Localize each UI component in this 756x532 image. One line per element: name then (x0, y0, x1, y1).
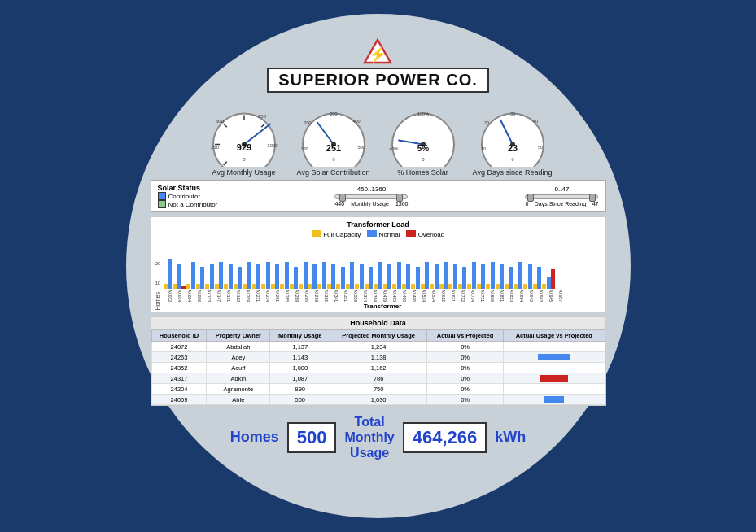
bar-full (164, 284, 168, 289)
days-slider-labels: 0 Days Since Reading 47 (525, 201, 598, 207)
bar-normal (168, 259, 172, 289)
bar-group (542, 269, 555, 289)
bar-normal (518, 262, 522, 289)
x-label: AX316 (320, 290, 329, 302)
bar-group (496, 264, 505, 289)
cell-owner: Abdallah (207, 342, 270, 352)
bar-full (421, 284, 425, 289)
days-slider-track[interactable] (525, 194, 598, 199)
bar-full (505, 284, 509, 289)
table-body: 24072 Abdallah 1,137 1,234 0% 24263 Acey… (151, 342, 605, 405)
bar-normal (397, 262, 401, 289)
x-label: AX851 (496, 290, 505, 302)
total-usage-label: Total Monthly Usage (344, 414, 394, 461)
table-row: 24072 Abdallah 1,137 1,234 0% (151, 342, 605, 352)
usage-slider-right-thumb[interactable] (396, 194, 403, 202)
bar-normal (472, 262, 476, 289)
x-label: AX147 (212, 290, 221, 302)
cell-pct: 0% (427, 373, 504, 384)
svg-text:20: 20 (483, 120, 488, 125)
days-slider-right-thumb[interactable] (589, 194, 596, 202)
bar-normal (229, 264, 233, 289)
homes-value: 500 (287, 422, 337, 453)
bar-full (308, 284, 312, 289)
gauge-avg-monthly: 0 250 500 750 1000 929 Avg Monthly Usage (203, 98, 285, 177)
bar-group (308, 264, 317, 289)
bar-group (355, 264, 364, 289)
gauge-solar: 0 100 200 300 400 500 251 Avg Solar Cont… (293, 98, 374, 177)
x-label: AX351 (339, 290, 348, 302)
x-label: AX621 (447, 290, 456, 302)
days-slider-min: 0 (525, 201, 528, 207)
bar-normal (219, 262, 223, 289)
x-label: AX182 (232, 290, 241, 302)
bar-group (402, 264, 411, 289)
days-slider-left-thumb[interactable] (527, 194, 534, 202)
x-label: AX496 (408, 290, 417, 302)
bar-normal (200, 267, 204, 289)
bar-full (327, 284, 331, 289)
x-label: AX957 (554, 290, 563, 302)
svg-text:1000: 1000 (267, 143, 278, 148)
homes-label: Homes (230, 429, 279, 446)
x-label: AX296 (300, 290, 309, 302)
svg-text:40: 40 (532, 119, 537, 124)
bar-full (542, 284, 546, 289)
bar-normal (341, 267, 345, 289)
bar-normal (322, 262, 326, 289)
table-title: Household Data (151, 317, 605, 329)
x-label: AX836 (486, 290, 495, 302)
bar-normal (444, 262, 448, 289)
bar-group (280, 262, 289, 289)
x-label: AX384 (369, 290, 378, 302)
x-label: AX032 (164, 290, 173, 302)
bar-group (448, 264, 457, 289)
bar-full (383, 284, 387, 289)
header: ⚡ SUPERIOR POWER CO. (267, 38, 489, 93)
gauge-4-svg: 0 10 20 30 40 50 23 (472, 98, 553, 167)
bar-full (467, 284, 471, 289)
days-range: 0..47 (555, 185, 570, 193)
svg-text:929: 929 (236, 142, 251, 152)
usage-slider-track[interactable] (334, 194, 408, 199)
legend-contributor-label: Contributor (168, 193, 201, 200)
bar-group (421, 262, 430, 289)
x-label: AX751 (476, 290, 485, 302)
bar-normal (528, 264, 532, 289)
bar-normal (369, 267, 373, 289)
svg-text:251: 251 (326, 143, 340, 153)
x-label: AX942 (525, 290, 534, 302)
bar-full (392, 284, 396, 289)
usage-slider-labels: 440 Monthly Usage 1360 (334, 201, 408, 207)
col-bar: Actual Usage vs Projected (504, 330, 605, 342)
table-header-row: Household ID Property Owner Monthly Usag… (151, 330, 605, 342)
svg-text:400: 400 (352, 119, 360, 124)
col-monthly: Monthly Usage (270, 330, 330, 342)
x-label: AX261 (271, 290, 280, 302)
svg-text:100%: 100% (417, 111, 428, 116)
bar-normal (387, 264, 391, 289)
legend-non-contributor: Not a Contributor (158, 200, 218, 208)
days-slider-section: 0..47 0 Days Since Reading 47 (525, 185, 598, 207)
svg-text:100: 100 (300, 146, 308, 151)
x-label: AX534 (417, 290, 426, 302)
bar-normal (238, 267, 242, 289)
bar-full (365, 284, 369, 289)
table-row: 24263 Acey 1,143 1,138 0% (151, 352, 605, 363)
col-pct: Actual vs Projected (427, 330, 504, 342)
bar-normal (537, 267, 541, 289)
legend-full: Full Capacity (312, 230, 361, 238)
cell-monthly: 500 (270, 395, 330, 405)
bar-full (271, 284, 275, 289)
x-label: AX574 (427, 290, 436, 302)
usage-slider-left-thumb[interactable] (339, 194, 346, 202)
svg-text:250: 250 (210, 145, 219, 150)
x-label: AX171 (222, 290, 231, 302)
cell-projected: 1,030 (330, 395, 427, 405)
chart-title: Transformer Load (155, 220, 602, 229)
legend-contributor-box (158, 192, 166, 200)
cell-projected: 1,138 (330, 352, 427, 363)
bar-full (215, 284, 219, 289)
bar-full (196, 284, 200, 289)
gauge-2-label: Avg Solar Contribution (297, 168, 370, 177)
